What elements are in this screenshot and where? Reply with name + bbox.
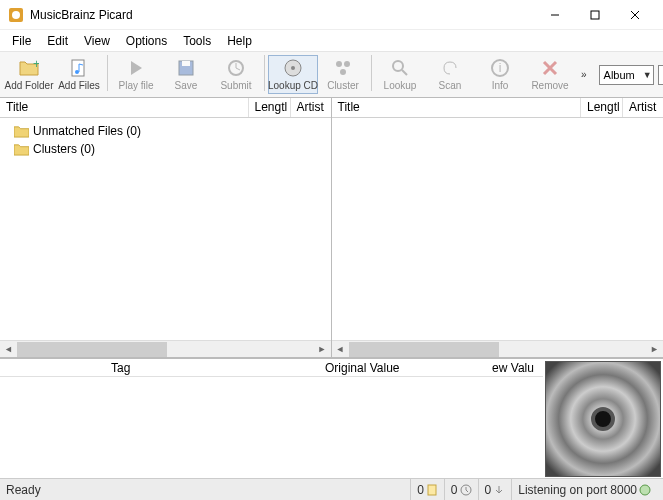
status-ready: Ready (6, 483, 410, 497)
cd-icon (283, 58, 303, 78)
left-tree: Unmatched Files (0) Clusters (0) (0, 118, 331, 340)
minimize-button[interactable] (535, 4, 575, 26)
svg-text:i: i (499, 61, 502, 75)
status-bar: Ready 0 0 0 Listening on port 8000 (0, 478, 663, 500)
scroll-right-icon[interactable]: ► (646, 341, 663, 358)
info-button: iInfo (475, 55, 525, 94)
scroll-thumb[interactable] (349, 342, 499, 357)
scroll-right-icon[interactable]: ► (314, 341, 331, 358)
svg-rect-10 (182, 61, 190, 66)
menu-options[interactable]: Options (118, 32, 175, 50)
toolbar-label: Add Folder (5, 80, 54, 91)
svg-rect-3 (591, 11, 599, 19)
menu-view[interactable]: View (76, 32, 118, 50)
play-icon (126, 58, 146, 78)
right-pane: Title Lengtl Artist ◄ ► (332, 98, 664, 357)
menu-file[interactable]: File (4, 32, 39, 50)
menu-tools[interactable]: Tools (175, 32, 219, 50)
folder-icon (14, 143, 29, 156)
scroll-left-icon[interactable]: ◄ (332, 341, 349, 358)
toolbar-label: Info (492, 80, 509, 91)
status-count-2: 0 (444, 479, 478, 500)
add-files-button[interactable]: Add Files (54, 55, 104, 94)
menu-help[interactable]: Help (219, 32, 260, 50)
lookup-cd-button[interactable]: Lookup CD (268, 55, 318, 94)
status-count-1: 0 (410, 479, 444, 500)
lookup-button: Lookup (375, 55, 425, 94)
remove-button: Remove (525, 55, 575, 94)
toolbar-label: Lookup (384, 80, 417, 91)
left-pane: Title Lengtl Artist Unmatched Files (0) … (0, 98, 332, 357)
tag-header: Tag Original Value ew Valu (0, 359, 543, 377)
search-mode-label: Album (600, 69, 639, 81)
toolbar-label: Scan (439, 80, 462, 91)
menu-edit[interactable]: Edit (39, 32, 76, 50)
right-tree (332, 118, 664, 340)
toolbar-label: Remove (531, 80, 568, 91)
svg-point-15 (344, 61, 350, 67)
add-folder-button[interactable]: +Add Folder (4, 55, 54, 94)
search-input[interactable] (658, 65, 663, 85)
remove-icon (540, 58, 560, 78)
tag-col-original[interactable]: Original Value (242, 359, 484, 376)
save-icon (176, 58, 196, 78)
tag-body (0, 377, 543, 478)
col-artist[interactable]: Artist (623, 98, 663, 117)
toolbar-label: Lookup CD (268, 80, 318, 91)
lookup-icon (390, 58, 410, 78)
col-length[interactable]: Lengtl (249, 98, 291, 117)
folder-icon (14, 125, 29, 138)
tree-item-unmatched[interactable]: Unmatched Files (0) (0, 122, 331, 140)
svg-point-14 (336, 61, 342, 67)
right-scrollbar[interactable]: ◄ ► (332, 340, 664, 357)
left-scrollbar[interactable]: ◄ ► (0, 340, 331, 357)
left-column-header: Title Lengtl Artist (0, 98, 331, 118)
chevron-down-icon: ▼ (639, 70, 653, 80)
cluster-icon (333, 58, 353, 78)
menu-bar: File Edit View Options Tools Help (0, 30, 663, 52)
status-count-3: 0 (478, 479, 512, 500)
svg-rect-23 (428, 485, 436, 495)
scroll-thumb[interactable] (17, 342, 167, 357)
svg-text:+: + (33, 58, 39, 71)
window-title: MusicBrainz Picard (30, 8, 535, 22)
info-icon: i (490, 58, 510, 78)
scroll-left-icon[interactable]: ◄ (0, 341, 17, 358)
tree-item-label: Unmatched Files (0) (33, 124, 141, 138)
right-column-header: Title Lengtl Artist (332, 98, 664, 118)
app-icon (8, 7, 24, 23)
maximize-button[interactable] (575, 4, 615, 26)
status-listening: Listening on port 8000 (511, 479, 657, 500)
download-icon (493, 484, 505, 496)
scan-button: Scan (425, 55, 475, 94)
tag-col-new[interactable]: ew Valu (483, 359, 543, 376)
folder-plus-icon: + (19, 58, 39, 78)
tag-col-tag[interactable]: Tag (0, 359, 242, 376)
submit-button: Submit (211, 55, 261, 94)
toolbar-label: Cluster (327, 80, 359, 91)
toolbar-label: Save (175, 80, 198, 91)
toolbar-overflow-button[interactable]: » (575, 69, 593, 80)
tree-item-clusters[interactable]: Clusters (0) (0, 140, 331, 158)
file-icon (426, 484, 438, 496)
col-title[interactable]: Title (0, 98, 249, 117)
col-title[interactable]: Title (332, 98, 582, 117)
submit-icon (226, 58, 246, 78)
svg-point-1 (12, 11, 20, 19)
col-length[interactable]: Lengtl (581, 98, 623, 117)
tree-item-label: Clusters (0) (33, 142, 95, 156)
save-button: Save (161, 55, 211, 94)
tag-panel: Tag Original Value ew Valu (0, 358, 663, 478)
file-music-icon (69, 58, 89, 78)
title-bar: MusicBrainz Picard (0, 0, 663, 30)
svg-point-13 (291, 66, 295, 70)
toolbar-label: Add Files (58, 80, 100, 91)
search-mode-select[interactable]: Album ▼ (599, 65, 654, 85)
toolbar-label: Submit (220, 80, 251, 91)
svg-point-17 (393, 61, 403, 71)
album-art[interactable] (545, 361, 661, 477)
scan-icon (440, 58, 460, 78)
close-button[interactable] (615, 4, 655, 26)
svg-point-8 (75, 70, 79, 74)
col-artist[interactable]: Artist (291, 98, 331, 117)
